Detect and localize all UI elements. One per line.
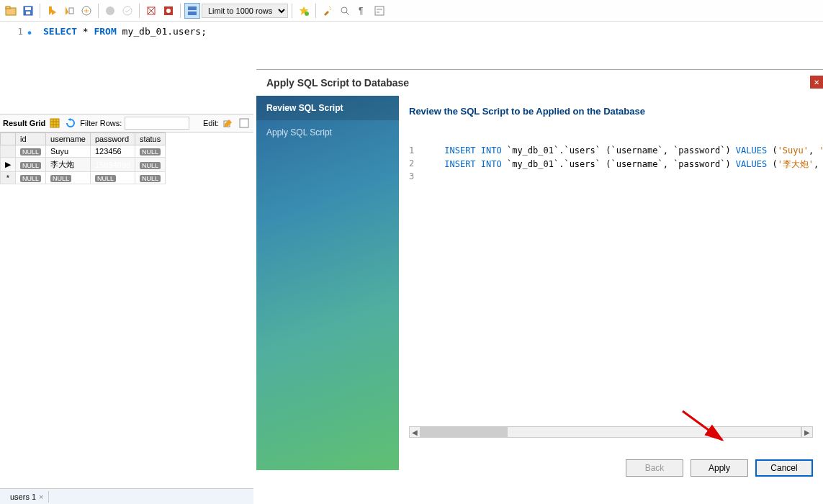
beautify-icon[interactable] [320,3,336,19]
cell-selected[interactable]: 15894898 [90,158,135,172]
cell[interactable]: Suyu [46,145,91,158]
toggle-result-icon[interactable] [184,3,200,19]
null-badge: NULL [20,175,41,182]
close-icon[interactable]: × [39,492,43,501]
sql-text: , [809,145,819,156]
table-row[interactable]: * NULL NULL NULL NULL [1,172,166,184]
svg-rect-18 [50,119,59,127]
result-tabs: users 1 × [0,488,253,504]
table-row[interactable]: ▶ NULL 李大炮 15894898 NULL [1,158,166,172]
cell[interactable]: NULL [46,172,91,184]
scroll-left-icon[interactable]: ◀ [409,426,421,438]
line-number: 1 [17,26,23,37]
sql-keyword: VALUES [736,145,767,156]
sql-text: ( [767,145,777,156]
open-file-icon[interactable] [3,3,19,19]
row-limit-select[interactable]: Limit to 1000 rows [202,4,288,18]
line-number: 2 [409,158,414,171]
grid-view-icon[interactable] [48,117,61,130]
sql-editor[interactable]: 1 • SELECT * FROM my_db_01.users; [0,22,823,41]
horizontal-scrollbar[interactable]: ◀ ▶ [409,426,813,438]
row-gutter: ▶ [1,158,16,172]
scroll-thumb[interactable] [421,427,508,437]
svg-point-11 [166,9,171,13]
svg-rect-17 [375,6,384,15]
cell[interactable]: NULL [16,172,46,184]
sql-string: '123 [819,145,823,156]
sql-string: '李大炮' [778,159,814,169]
cell[interactable]: 李大炮 [46,158,91,172]
dialog-header: Review the SQL Script to be Applied on t… [409,106,813,117]
cell[interactable]: NULL [135,145,165,158]
null-badge: NULL [140,162,161,169]
sql-string: 'Suyu' [778,145,809,156]
save-icon[interactable] [20,3,36,19]
no-limit-icon[interactable] [143,3,159,19]
svg-point-15 [341,7,347,13]
col-username[interactable]: username [46,133,91,145]
dialog-steps-sidebar: Review SQL Script Apply SQL Script [256,96,399,470]
refresh-icon[interactable] [64,117,77,130]
col-password[interactable]: password [90,133,135,145]
apply-button[interactable]: Apply [691,459,748,477]
cell[interactable]: NULL [135,158,165,172]
autocommit-icon[interactable] [161,3,176,19]
edit-label: Edit: [203,119,219,127]
result-grid[interactable]: id username password status NULL Suyu 12… [0,132,166,184]
null-badge: NULL [140,175,161,182]
result-panel: Result Grid Filter Rows: Edit: id userna… [0,114,253,184]
stop-icon[interactable] [102,3,118,19]
sql-keyword: INSERT INTO [444,159,501,169]
cell[interactable]: NULL [16,158,46,172]
filter-input[interactable] [125,117,189,130]
cell[interactable]: NULL [135,172,165,184]
scroll-right-icon[interactable]: ▶ [801,426,813,438]
scroll-track[interactable] [421,426,801,438]
dialog-main: Review the SQL Script to be Applied on t… [399,96,823,470]
find-icon[interactable] [337,3,353,19]
script-preview[interactable]: 1 2 3 INSERT INTO `my_db_01`.`users` (`u… [409,145,813,184]
result-toolbar: Result Grid Filter Rows: Edit: [0,114,253,132]
sql-text: `my_db_01`.`users` (`username`, `passwor… [502,145,736,156]
wrap-icon[interactable] [372,3,387,19]
execute-icon[interactable] [44,3,60,19]
sql-code-line[interactable]: SELECT * FROM my_db_01.users; [29,26,207,37]
sql-keyword: FROM [94,26,116,37]
separator [98,4,99,18]
row-gutter: * [1,172,16,184]
breakpoint-dot: • [26,27,33,40]
cell[interactable]: NULL [90,172,135,184]
cell[interactable]: 123456 [90,145,135,158]
sql-text: `my_db_01`.`users` (`username`, `passwor… [502,159,736,169]
filter-label: Filter Rows: [80,119,122,127]
null-badge: NULL [20,162,41,169]
separator [315,4,316,18]
svg-point-8 [123,6,132,15]
cell[interactable]: NULL [16,145,46,158]
sql-keyword: SELECT [43,26,77,37]
cancel-button[interactable]: Cancel [755,459,813,477]
col-status[interactable]: status [135,133,165,145]
svg-rect-1 [6,6,10,9]
close-icon[interactable]: ✕ [810,76,823,89]
add-row-icon[interactable] [238,117,251,130]
explain-icon[interactable] [78,3,94,19]
commit-icon[interactable] [120,3,135,19]
row-gutter [1,145,16,158]
separator [40,4,40,18]
execute-current-icon[interactable] [61,3,77,19]
line-number: 1 [409,145,414,158]
step-review[interactable]: Review SQL Script [256,96,399,120]
show-invisible-icon[interactable]: ¶ [354,3,370,19]
svg-point-14 [305,12,309,16]
separator [292,4,292,18]
sql-text: ( [767,159,777,169]
table-row[interactable]: NULL Suyu 123456 NULL [1,145,166,158]
apply-script-dialog: Apply SQL Script to Database ✕ Review SQ… [256,69,823,487]
svg-rect-3 [25,7,31,10]
edit-row-icon[interactable] [222,117,235,130]
null-badge: NULL [20,148,41,156]
tab-users-1[interactable]: users 1 × [6,491,49,503]
favorite-icon[interactable] [296,3,312,19]
col-id[interactable]: id [16,133,46,145]
